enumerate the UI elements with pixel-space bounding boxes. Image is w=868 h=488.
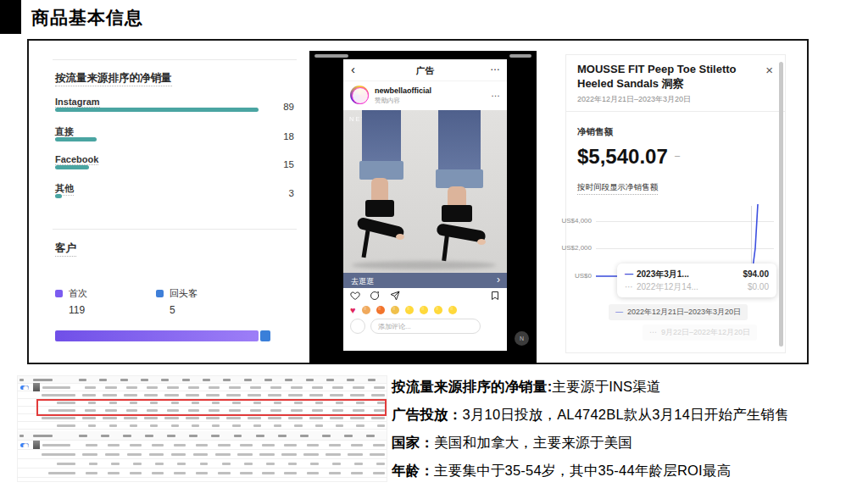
ads-cell bbox=[209, 463, 231, 465]
ads-cell bbox=[159, 424, 180, 427]
ads-cell bbox=[254, 444, 276, 446]
product-thumbnail bbox=[33, 383, 40, 391]
ads-cell bbox=[99, 444, 121, 446]
fire-emoji[interactable] bbox=[376, 306, 385, 314]
comment-input[interactable]: 添加评论... bbox=[370, 319, 481, 334]
status-bar-left bbox=[314, 54, 348, 58]
ads-cell bbox=[31, 394, 77, 396]
ads-cell bbox=[201, 379, 221, 381]
ads-cell bbox=[276, 435, 298, 437]
first-time-bar-segment bbox=[55, 330, 259, 341]
ads-cell bbox=[242, 386, 263, 389]
ads-cell bbox=[221, 424, 242, 427]
ads-cell bbox=[165, 472, 187, 474]
ads-cell bbox=[181, 424, 201, 427]
legend-previous-range[interactable]: ⋯9月22日–2022年12月20日 bbox=[643, 324, 757, 341]
traffic-row: 其他3 bbox=[55, 180, 282, 205]
ads-cell bbox=[298, 472, 320, 474]
ads-cell bbox=[121, 435, 143, 437]
ads-cell bbox=[364, 453, 387, 456]
ads-cell bbox=[325, 386, 345, 389]
clap-emoji[interactable] bbox=[391, 306, 399, 314]
ads-cell bbox=[366, 417, 387, 419]
divider bbox=[53, 229, 297, 230]
ads-cell bbox=[165, 453, 187, 456]
ads-cell bbox=[99, 453, 121, 456]
ads-data-row bbox=[18, 441, 387, 450]
ads-cell bbox=[345, 424, 365, 427]
wow-face-emoji[interactable] bbox=[434, 306, 442, 314]
ads-cell bbox=[366, 424, 387, 427]
ads-cell bbox=[121, 463, 143, 465]
ads-cell bbox=[18, 435, 31, 437]
ads-cell bbox=[345, 394, 365, 396]
share-icon[interactable] bbox=[390, 291, 400, 301]
ads-cell bbox=[97, 417, 118, 419]
insight-date-range: 2022年12月21日–2023年3月20日 bbox=[577, 94, 691, 105]
legend-current-label: 2022年12月21日–2023年3月20日 bbox=[627, 308, 741, 316]
close-icon[interactable]: × bbox=[765, 63, 773, 77]
note-line: 按流量来源排序的净销量:主要源于INS渠道 bbox=[392, 378, 863, 396]
comparison-dash: – bbox=[675, 150, 680, 160]
instagram-ad-card: ‹ 广告 … newbellaofficial 赞助内容 … NEWBE bbox=[343, 59, 507, 351]
ads-cell bbox=[209, 453, 231, 456]
ads-cell bbox=[221, 379, 242, 381]
ads-cell bbox=[143, 435, 165, 437]
ads-data-row bbox=[18, 459, 387, 469]
net-sales-value: $5,540.07 bbox=[577, 145, 668, 169]
sad-face-emoji[interactable] bbox=[405, 306, 414, 314]
ads-cell bbox=[342, 453, 364, 456]
ads-cell bbox=[276, 453, 298, 456]
ads-cell bbox=[221, 386, 242, 389]
ads-cell bbox=[77, 463, 99, 465]
ads-cell bbox=[364, 444, 387, 446]
customers-title: 客户 bbox=[55, 241, 76, 256]
ads-cell bbox=[31, 424, 77, 427]
ads-cell bbox=[325, 424, 345, 427]
ads-cell bbox=[187, 472, 209, 474]
post-more-icon[interactable]: … bbox=[491, 88, 500, 98]
ads-cell bbox=[345, 379, 365, 381]
joy-face-emoji[interactable] bbox=[448, 306, 457, 314]
ads-cell bbox=[345, 417, 365, 419]
ads-cell bbox=[143, 453, 165, 456]
instagram-ad-screenshot: ‹ 广告 … newbellaofficial 赞助内容 … NEWBE bbox=[309, 51, 537, 364]
note-label: 广告投放： bbox=[392, 407, 463, 422]
post-actions-row bbox=[343, 288, 507, 302]
legend-current-range[interactable]: —2022年12月21日–2023年3月20日 bbox=[609, 304, 748, 320]
ads-cell bbox=[320, 463, 342, 465]
heart-emoji[interactable]: ♥ bbox=[350, 306, 356, 314]
raised-hands-emoji[interactable] bbox=[362, 306, 370, 314]
cta-bar[interactable]: 去逛逛 › bbox=[343, 273, 507, 288]
account-avatar[interactable] bbox=[350, 86, 369, 104]
ads-cell bbox=[221, 394, 242, 396]
comment-icon[interactable] bbox=[370, 291, 380, 301]
ads-cell bbox=[99, 472, 121, 474]
heart-eyes-emoji[interactable] bbox=[420, 306, 428, 314]
ads-cell bbox=[232, 453, 254, 456]
ads-cell bbox=[263, 379, 283, 381]
divider bbox=[566, 111, 785, 112]
ads-cell bbox=[304, 379, 325, 381]
ads-cell bbox=[31, 463, 77, 465]
floor-shadow bbox=[352, 261, 496, 269]
ads-cell bbox=[97, 394, 118, 396]
sandal-strap-left bbox=[365, 200, 394, 217]
chevron-right-icon: › bbox=[497, 274, 500, 286]
toggle-icon bbox=[20, 385, 29, 390]
ads-cell bbox=[77, 435, 99, 437]
like-icon[interactable] bbox=[350, 291, 360, 301]
ads-cell bbox=[304, 394, 325, 396]
account-name[interactable]: newbellaofficial bbox=[375, 86, 431, 95]
scrollbar-thumb[interactable] bbox=[779, 62, 783, 347]
legend-swatch bbox=[55, 290, 63, 297]
ads-cell bbox=[209, 472, 231, 474]
traffic-bar bbox=[55, 137, 97, 141]
product-thumbnail bbox=[33, 441, 40, 449]
floating-button[interactable]: N bbox=[515, 331, 529, 346]
returning-bar-segment bbox=[260, 330, 270, 341]
ads-cell bbox=[254, 463, 276, 465]
ads-cell bbox=[77, 379, 97, 381]
more-options-icon[interactable]: … bbox=[490, 61, 500, 73]
ads-cell bbox=[143, 472, 165, 474]
